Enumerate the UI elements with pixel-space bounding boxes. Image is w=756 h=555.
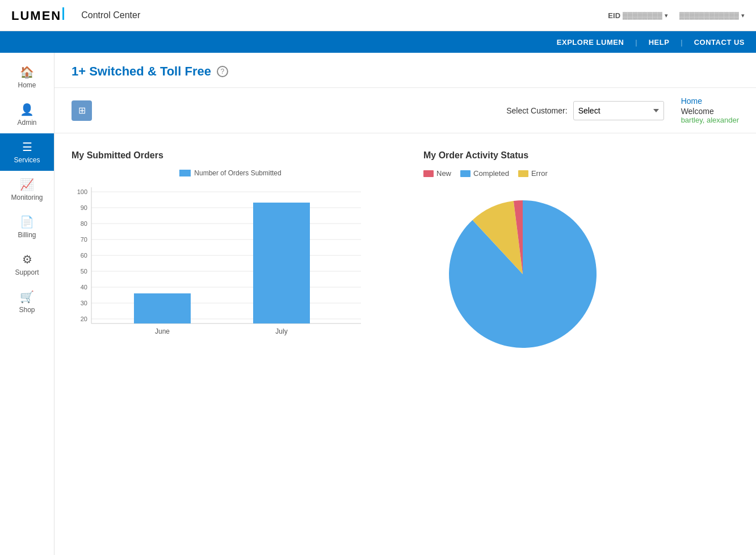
page-header: 1+ Switched & Toll Free ? (54, 53, 756, 88)
eid-label: EID (608, 11, 620, 20)
sidebar-label-admin: Admin (17, 119, 36, 127)
pie-chart-title: My Order Activity Status (423, 150, 662, 161)
page-title-row: 1+ Switched & Toll Free ? (72, 64, 739, 79)
legend-label-error: Error (531, 169, 548, 178)
sidebar-label-home: Home (18, 81, 36, 89)
sidebar-label-monitoring: Monitoring (11, 194, 43, 201)
welcome-text: Welcome (681, 107, 739, 116)
select-customer-label: Select Customer: (506, 106, 567, 115)
pie-chart-container: My Order Activity Status New Completed E… (423, 150, 662, 361)
x-label-july: July (275, 327, 287, 335)
welcome-user: bartley, alexander (681, 116, 739, 124)
legend-item-error: Error (518, 169, 548, 178)
svg-text:100: 100 (77, 188, 87, 195)
sidebar-item-home[interactable]: 🏠 Home (0, 58, 54, 96)
svg-text:60: 60 (81, 252, 87, 259)
sidebar-label-shop: Shop (19, 306, 35, 314)
app-title: Control Center (81, 10, 140, 20)
svg-text:30: 30 (81, 300, 87, 306)
x-label-june: June (155, 327, 170, 335)
eid-section: EID ▓▓▓▓▓▓▓▓ ▾ (608, 11, 668, 20)
blue-nav: EXPLORE LUMEN | HELP | CONTACT US (0, 31, 756, 53)
legend-color-new (423, 170, 434, 177)
main-layout: 🏠 Home 👤 Admin ☰ Services 📈 Monitoring 📄… (0, 53, 756, 555)
legend-color-completed (460, 170, 471, 177)
legend-color-error (518, 170, 528, 177)
eid-dropdown-arrow[interactable]: ▾ (665, 12, 668, 19)
nav-sep-1: | (635, 38, 637, 47)
main-content: 1+ Switched & Toll Free ? ⊞ Select Custo… (54, 53, 756, 555)
svg-text:80: 80 (81, 220, 87, 227)
pie-segment-completed (449, 200, 597, 348)
sidebar-item-monitoring[interactable]: 📈 Monitoring (0, 171, 54, 208)
svg-text:40: 40 (81, 284, 87, 291)
grid-icon: ⊞ (78, 105, 86, 116)
charts-area: My Submitted Orders Number of Orders Sub… (54, 133, 756, 379)
user-dropdown-arrow[interactable]: ▾ (741, 12, 745, 19)
contact-us-link[interactable]: CONTACT US (694, 38, 745, 47)
bar-legend-color (179, 170, 191, 176)
svg-text:50: 50 (81, 268, 87, 275)
sidebar-item-shop[interactable]: 🛒 Shop (0, 283, 54, 321)
support-icon: ⚙ (22, 253, 32, 266)
toolbar-row: ⊞ Select Customer: Select Home Welcome b… (54, 88, 756, 133)
bar-july (253, 203, 310, 323)
bar-chart-title: My Submitted Orders (72, 150, 389, 161)
eid-value: ▓▓▓▓▓▓▓▓ (623, 11, 662, 19)
top-header: LUMEN Control Center EID ▓▓▓▓▓▓▓▓ ▾ ▓▓▓▓… (0, 0, 756, 31)
services-icon: ☰ (22, 140, 32, 154)
nav-sep-2: | (681, 38, 682, 47)
svg-text:70: 70 (81, 236, 87, 243)
sidebar-label-services: Services (14, 156, 40, 164)
home-icon: 🏠 (20, 65, 34, 79)
help-icon[interactable]: ? (217, 66, 228, 77)
bar-june (134, 293, 191, 323)
sidebar: 🏠 Home 👤 Admin ☰ Services 📈 Monitoring 📄… (0, 53, 54, 555)
explore-lumen-link[interactable]: EXPLORE LUMEN (557, 38, 624, 47)
bar-chart-legend: Number of Orders Submitted (72, 169, 389, 177)
pie-chart-svg (423, 189, 616, 359)
sidebar-label-billing: Billing (18, 231, 36, 239)
help-link[interactable]: HELP (649, 38, 670, 47)
logo: LUMEN (11, 7, 64, 23)
admin-icon: 👤 (20, 103, 34, 116)
sidebar-item-billing[interactable]: 📄 Billing (0, 208, 54, 246)
user-name: ▓▓▓▓▓▓▓▓▓▓▓▓ (679, 11, 739, 19)
legend-label-new: New (436, 169, 451, 178)
pie-chart-legend: New Completed Error (423, 169, 662, 178)
bar-legend-label: Number of Orders Submitted (194, 169, 281, 177)
monitoring-icon: 📈 (20, 178, 34, 191)
bar-chart-svg: 100 90 80 70 60 50 40 30 20 (72, 182, 367, 340)
logo-bar (62, 7, 64, 20)
svg-text:90: 90 (81, 204, 87, 211)
breadcrumb-area: Home Welcome bartley, alexander (681, 96, 739, 124)
legend-item-completed: Completed (460, 169, 509, 178)
page-title: 1+ Switched & Toll Free (72, 64, 211, 79)
user-section: ▓▓▓▓▓▓▓▓▓▓▓▓ ▾ (679, 11, 745, 19)
header-right: EID ▓▓▓▓▓▓▓▓ ▾ ▓▓▓▓▓▓▓▓▓▓▓▓ ▾ (608, 11, 745, 20)
shop-icon: 🛒 (20, 290, 34, 304)
sidebar-item-admin[interactable]: 👤 Admin (0, 96, 54, 133)
bar-chart-container: My Submitted Orders Number of Orders Sub… (72, 150, 389, 361)
sidebar-item-support[interactable]: ⚙ Support (0, 246, 54, 283)
customer-select[interactable]: Select (573, 101, 664, 120)
billing-icon: 📄 (20, 215, 34, 229)
legend-label-completed: Completed (473, 169, 509, 178)
sidebar-item-services[interactable]: ☰ Services (0, 133, 54, 171)
sidebar-label-support: Support (15, 268, 39, 276)
svg-text:20: 20 (81, 316, 87, 322)
legend-item-new: New (423, 169, 451, 178)
grid-view-button[interactable]: ⊞ (72, 100, 92, 121)
help-icon-label: ? (221, 68, 225, 75)
select-customer-area: Select Customer: Select (506, 101, 663, 120)
breadcrumb-home-link[interactable]: Home (681, 96, 702, 106)
